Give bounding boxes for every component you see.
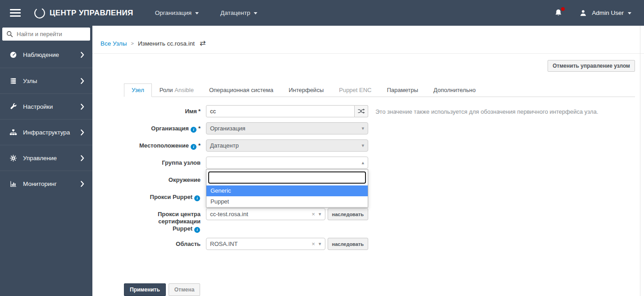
- form-row-environment: Окружение: [124, 174, 635, 186]
- taxonomy-menus: Организация Датацентр: [155, 9, 258, 16]
- required-marker: *: [198, 108, 201, 115]
- location-menu[interactable]: Датацентр: [220, 9, 257, 16]
- form-actions: Применить Отмена: [124, 283, 635, 296]
- user-menu[interactable]: Admin User: [579, 9, 631, 18]
- page-actions: Отменить управление узлом: [92, 54, 644, 72]
- chevron-right-icon: [81, 78, 84, 84]
- sidebar-item-monitor[interactable]: Наблюдение: [0, 42, 92, 68]
- navbar-right: Admin User: [553, 8, 631, 18]
- chevron-down-icon: [628, 12, 631, 14]
- organization-select[interactable]: Организация ▾: [206, 122, 368, 134]
- tab-bar: Узел Роли Ansible Операционная система И…: [124, 83, 635, 97]
- notifications-button[interactable]: [553, 8, 563, 18]
- form-row-hostgroup: Группа узлов ▴ Generic Puppet: [124, 157, 635, 169]
- puppet-ca-inherit-button[interactable]: наследовать: [328, 208, 368, 220]
- form-row-puppet-proxy: Прокси Puppeti: [124, 191, 635, 203]
- chevron-down-icon: ▾: [361, 143, 364, 148]
- tab-interfaces[interactable]: Интерфейсы: [281, 83, 331, 97]
- randomize-name-button[interactable]: [355, 105, 368, 117]
- breadcrumb-all-hosts-link[interactable]: Все Узлы: [100, 40, 127, 47]
- scrollbar[interactable]: [640, 26, 640, 296]
- dropdown-option-generic[interactable]: Generic: [206, 185, 368, 196]
- name-input[interactable]: [206, 105, 355, 117]
- breadcrumb-separator: >: [131, 41, 133, 46]
- tab-operating-system[interactable]: Операционная система: [201, 83, 281, 97]
- tab-puppet-enc[interactable]: Puppet ENC: [331, 83, 379, 97]
- cancel-button[interactable]: Отмена: [169, 283, 201, 296]
- sidebar-item-configure[interactable]: Настройки: [0, 93, 92, 119]
- form-row-location: Местоположениеi* Датацентр ▾: [124, 139, 635, 152]
- bar-chart-icon: [9, 180, 17, 188]
- clear-selection-icon[interactable]: ×: [311, 211, 315, 217]
- info-icon[interactable]: i: [194, 195, 200, 201]
- sidebar-item-infrastructure[interactable]: Инфраструктура: [0, 119, 92, 145]
- chevron-down-icon: ▾: [319, 241, 321, 247]
- organization-menu[interactable]: Организация: [155, 9, 199, 16]
- breadcrumb: Все Узлы > Изменить cc.rosa.int ⇄: [92, 26, 644, 54]
- tachometer-icon: [9, 51, 17, 59]
- host-switcher-icon[interactable]: ⇄: [200, 40, 206, 47]
- unmanage-host-button[interactable]: Отменить управление узлом: [548, 60, 635, 72]
- logo-circle-icon: [32, 6, 47, 20]
- hamburger-menu-icon[interactable]: [10, 7, 21, 18]
- required-marker: *: [198, 142, 201, 149]
- organization-control: Организация ▾: [206, 122, 368, 134]
- breadcrumb-current: Изменить cc.rosa.int: [138, 40, 195, 47]
- hostgroup-search-input[interactable]: [208, 171, 366, 184]
- sidebar-item-administer[interactable]: Управление: [0, 145, 92, 171]
- dropdown-search: [206, 170, 368, 185]
- application-window: ЦЕНТР УПРАВЛЕНИЯ Организация Датацентр: [0, 0, 644, 296]
- servers-icon: [9, 77, 17, 85]
- brand-logo[interactable]: ЦЕНТР УПРАВЛЕНИЯ: [32, 6, 133, 20]
- info-icon[interactable]: i: [194, 227, 200, 233]
- shuffle-icon: [357, 108, 365, 115]
- puppet-ca-select[interactable]: cc-test.rosa.int × ▾: [206, 208, 325, 220]
- realm-inherit-button[interactable]: наследовать: [328, 238, 368, 250]
- chevron-down-icon: [195, 12, 199, 14]
- sitemap-icon: [9, 129, 17, 136]
- chevron-right-icon: [81, 104, 84, 110]
- tab-host[interactable]: Узел: [124, 83, 152, 97]
- gear-icon: [9, 154, 17, 162]
- main-content: Все Узлы > Изменить cc.rosa.int ⇄ Отмени…: [92, 26, 644, 296]
- edit-host-panel: Узел Роли Ansible Операционная система И…: [124, 83, 635, 296]
- search-input[interactable]: [2, 28, 90, 41]
- location-select[interactable]: Датацентр ▾: [206, 139, 368, 152]
- chevron-right-icon: [81, 155, 84, 161]
- search-icon: [6, 31, 13, 37]
- realm-select[interactable]: ROSA.INT × ▾: [206, 238, 325, 250]
- clear-selection-icon[interactable]: ×: [311, 240, 315, 247]
- chevron-right-icon: [81, 52, 84, 58]
- puppet-proxy-label: Прокси Puppeti: [124, 191, 201, 201]
- top-navbar: ЦЕНТР УПРАВЛЕНИЯ Организация Датацентр: [0, 0, 644, 26]
- name-control: [206, 105, 368, 117]
- organization-label: Организацияi*: [124, 122, 201, 133]
- puppet-ca-control: cc-test.rosa.int × ▾ наследовать: [206, 208, 368, 220]
- hostgroup-dropdown: Generic Puppet: [206, 169, 368, 208]
- hostgroup-select[interactable]: ▴: [206, 157, 368, 169]
- info-icon[interactable]: i: [191, 127, 196, 133]
- chevron-down-icon: ▾: [319, 211, 321, 217]
- tab-additional[interactable]: Дополнительно: [426, 83, 484, 97]
- form-row-realm: Область ROSA.INT × ▾ наследовать: [124, 238, 635, 250]
- realm-label: Область: [124, 238, 201, 248]
- info-icon[interactable]: i: [191, 144, 196, 150]
- location-control: Датацентр ▾: [206, 139, 368, 152]
- chevron-up-icon: ▴: [361, 160, 364, 166]
- submit-button[interactable]: Применить: [124, 283, 166, 296]
- tab-ansible-roles[interactable]: Роли Ansible: [152, 83, 201, 97]
- sidebar-item-monitoring[interactable]: Мониторинг: [0, 171, 92, 196]
- sidebar-search: [2, 28, 90, 41]
- user-name: Admin User: [592, 9, 624, 16]
- dropdown-option-puppet[interactable]: Puppet: [206, 196, 368, 207]
- wrench-icon: [9, 103, 17, 111]
- sidebar-item-hosts[interactable]: Узлы: [0, 68, 92, 93]
- sidebar-menu: Наблюдение Узлы Настройки: [0, 42, 92, 196]
- tab-parameters[interactable]: Параметры: [379, 83, 426, 97]
- form-row-puppet-ca: Прокси центра сертификации Puppeti cc-te…: [124, 208, 635, 233]
- notification-badge: [561, 7, 565, 11]
- chevron-down-icon: ▾: [361, 125, 364, 131]
- form-row-name: Имя*: [124, 105, 635, 117]
- user-icon: [579, 9, 588, 18]
- required-marker: *: [198, 125, 201, 132]
